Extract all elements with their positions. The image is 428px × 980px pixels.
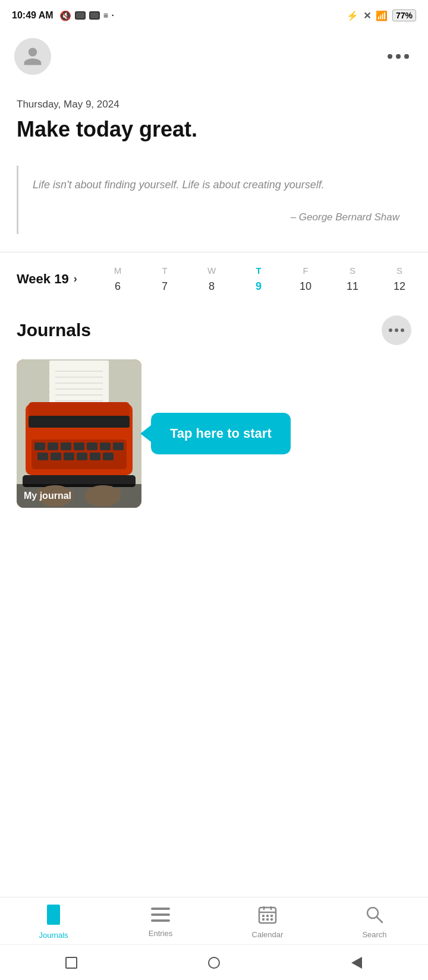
date-7[interactable]: 7: [153, 280, 177, 293]
date-12[interactable]: 12: [388, 280, 411, 293]
status-bar: 10:49 AM 🔇 ≡ · ⚡ ✕ 📶 77%: [0, 0, 428, 30]
jdot-1: [389, 328, 392, 332]
mute-icon: 🔇: [59, 10, 71, 21]
android-square-btn[interactable]: [63, 954, 80, 971]
person-icon: [22, 46, 43, 67]
nav-item-entries[interactable]: Entries: [107, 906, 214, 938]
svg-rect-22: [90, 453, 100, 460]
svg-rect-9: [29, 402, 130, 417]
svg-rect-18: [37, 453, 48, 460]
greeting-section: Thursday, May 9, 2024 Make today great.: [0, 81, 428, 154]
svg-rect-15: [87, 442, 97, 450]
svg-rect-12: [48, 442, 58, 450]
android-home-btn[interactable]: [206, 954, 222, 971]
quote-text: Life isn't about finding yourself. Life …: [33, 176, 399, 194]
svg-rect-42: [151, 913, 170, 916]
dot-2: [396, 54, 401, 59]
date-label: Thursday, May 9, 2024: [17, 99, 411, 110]
svg-rect-49: [266, 915, 269, 917]
svg-rect-23: [103, 453, 114, 460]
layers-icon: ≡: [103, 11, 108, 20]
svg-rect-41: [151, 908, 170, 910]
date-11[interactable]: 11: [341, 280, 364, 293]
dot-3: [404, 54, 409, 59]
avatar[interactable]: [14, 38, 51, 75]
jdot-2: [395, 328, 398, 332]
svg-rect-40: [47, 905, 60, 916]
week-days-header: M T W T F S S: [106, 265, 411, 276]
journal-card[interactable]: My journal: [17, 359, 141, 508]
svg-line-55: [377, 917, 382, 922]
bottom-nav: Journals Entries: [0, 897, 428, 944]
svg-rect-11: [34, 442, 45, 450]
svg-rect-19: [51, 453, 61, 460]
bookmark-icon: [45, 905, 62, 927]
battery-level: 77%: [392, 10, 416, 21]
app-icon-2: [89, 11, 100, 20]
journals-more-button[interactable]: [382, 315, 411, 345]
android-home-icon: [208, 957, 220, 969]
week-dates: 6 7 8 9 10 11 12: [106, 280, 411, 293]
week-section: Week 19 › M T W T F S S 6 7 8 9 10 11 12: [0, 252, 428, 309]
journals-section: Journals: [0, 309, 428, 508]
day-mon: M: [106, 265, 130, 276]
date-8[interactable]: 8: [200, 280, 224, 293]
day-sat: S: [341, 265, 364, 276]
android-nav: [0, 944, 428, 980]
dot-icon: ·: [112, 11, 114, 20]
date-9[interactable]: 9: [247, 280, 270, 293]
nav-journals-label: Journals: [39, 931, 68, 940]
calendar-icon: [258, 905, 277, 927]
status-icons: ⚡ ✕ 📶 77%: [347, 10, 416, 21]
android-back-icon: [351, 957, 362, 969]
menu-icon: [151, 906, 170, 925]
jdot-3: [401, 328, 404, 332]
app-icon-1: [75, 11, 86, 20]
nav-calendar-label: Calendar: [252, 930, 284, 939]
svg-text:My journal: My journal: [24, 491, 71, 501]
svg-rect-20: [64, 453, 74, 460]
svg-rect-50: [270, 915, 273, 917]
nav-item-calendar[interactable]: Calendar: [214, 905, 321, 939]
search-icon: [365, 905, 384, 927]
android-recents-icon: [65, 957, 77, 969]
svg-rect-17: [113, 442, 124, 450]
tap-here-tooltip[interactable]: Tap here to start: [151, 413, 291, 454]
day-sun: S: [388, 265, 411, 276]
svg-rect-52: [266, 918, 269, 921]
week-calendar: M T W T F S S 6 7 8 9 10 11 12: [106, 265, 411, 293]
day-tue: T: [153, 265, 177, 276]
week-chevron-icon: ›: [74, 273, 77, 285]
week-label[interactable]: Week 19 ›: [17, 271, 94, 287]
nav-item-search[interactable]: Search: [321, 905, 428, 939]
typewriter-illustration: My journal: [17, 359, 141, 508]
day-thu: T: [247, 265, 270, 276]
quote-block: Life isn't about finding yourself. Life …: [17, 166, 411, 234]
android-back-btn[interactable]: [348, 954, 365, 971]
nav-item-journals[interactable]: Journals: [0, 905, 107, 940]
day-fri: F: [294, 265, 317, 276]
sim-icon: ✕: [363, 10, 371, 21]
nav-entries-label: Entries: [149, 929, 172, 938]
more-button[interactable]: [383, 49, 414, 64]
header-row: [0, 30, 428, 81]
dot-1: [388, 54, 392, 59]
svg-rect-21: [77, 453, 87, 460]
svg-rect-13: [61, 442, 71, 450]
date-6[interactable]: 6: [106, 280, 130, 293]
status-time: 10:49 AM 🔇 ≡ ·: [12, 10, 114, 21]
journals-header: Journals: [17, 315, 411, 345]
svg-rect-43: [151, 919, 170, 922]
quote-author: – George Bernard Shaw: [33, 211, 399, 223]
wifi-icon: 📶: [376, 10, 388, 21]
svg-rect-48: [262, 915, 265, 917]
journals-title: Journals: [17, 320, 91, 340]
day-wed: W: [200, 265, 224, 276]
nav-search-label: Search: [362, 930, 386, 939]
journal-card-area: My journal Tap here to start: [17, 359, 411, 508]
greeting-text: Make today great.: [17, 116, 411, 142]
svg-rect-16: [100, 442, 111, 450]
bluetooth-icon: ⚡: [347, 10, 358, 21]
svg-rect-53: [270, 918, 273, 921]
date-10[interactable]: 10: [294, 280, 317, 293]
